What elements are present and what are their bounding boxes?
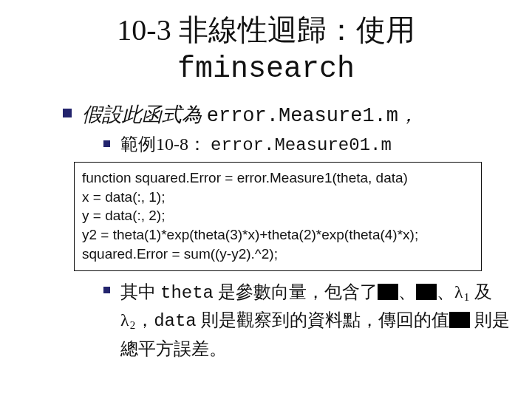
desc-part: 其中 [120, 282, 160, 301]
lambda-symbol: λ [120, 310, 129, 330]
desc-part: ， [136, 310, 154, 330]
bullet-assume: 假設此函式為 error.Measure1.m， [63, 101, 510, 128]
bullet-icon [103, 287, 110, 293]
code-line: squared.Error = sum((y-y2).^2); [82, 245, 474, 264]
slide-title: 10-3 非線性迴歸：使用 fminsearch [22, 12, 510, 88]
description-text: 其中 theta 是參數向量，包含了、、λ1 及 λ2，data 則是觀察到的資… [120, 279, 510, 363]
example-label: 範例10-8： [120, 134, 211, 154]
assume-code: error.Measure1.m [207, 105, 398, 127]
code-line: y = data(:, 2); [82, 206, 474, 225]
title-line-2: fminsearch [177, 52, 355, 86]
assume-suffix: ， [398, 103, 418, 126]
desc-part: 及 [470, 282, 492, 301]
desc-data: data [154, 311, 197, 331]
example-code: error.Measure01.m [211, 135, 392, 155]
bullet-icon [103, 140, 110, 147]
code-line: y2 = theta(1)*exp(theta(3)*x)+theta(2)*e… [82, 225, 474, 245]
bullet-example: 範例10-8： error.Measure01.m [103, 132, 510, 156]
slide-root: 10-3 非線性迴歸：使用 fminsearch 假設此函式為 error.Me… [0, 0, 532, 399]
desc-part: 、 [437, 282, 454, 301]
desc-part: 是參數向量，包含了 [214, 282, 378, 301]
example-text: 範例10-8： error.Measure01.m [120, 132, 392, 156]
title-line-1: 10-3 非線性迴歸：使用 [117, 13, 415, 47]
bullet-assume-text: 假設此函式為 error.Measure1.m， [82, 101, 418, 128]
redacted-box [378, 284, 398, 300]
code-line: function squared.Error = error.Measure1(… [82, 168, 474, 188]
code-block: function squared.Error = error.Measure1(… [74, 162, 482, 271]
lambda-symbol: λ [454, 282, 463, 301]
code-line: x = data(:, 1); [82, 188, 474, 207]
assume-prefix: 假設此函式為 [82, 103, 207, 126]
desc-part: 、 [398, 282, 416, 301]
desc-part: 則是觀察到的資料點，傳回的值 [197, 310, 449, 330]
bullet-icon [63, 109, 72, 117]
redacted-box [449, 312, 470, 328]
subscript-1: 1 [463, 291, 471, 303]
desc-theta: theta [160, 283, 214, 303]
redacted-box [416, 284, 437, 300]
subscript-2: 2 [129, 319, 137, 331]
bullet-description: 其中 theta 是參數向量，包含了、、λ1 及 λ2，data 則是觀察到的資… [103, 279, 510, 363]
